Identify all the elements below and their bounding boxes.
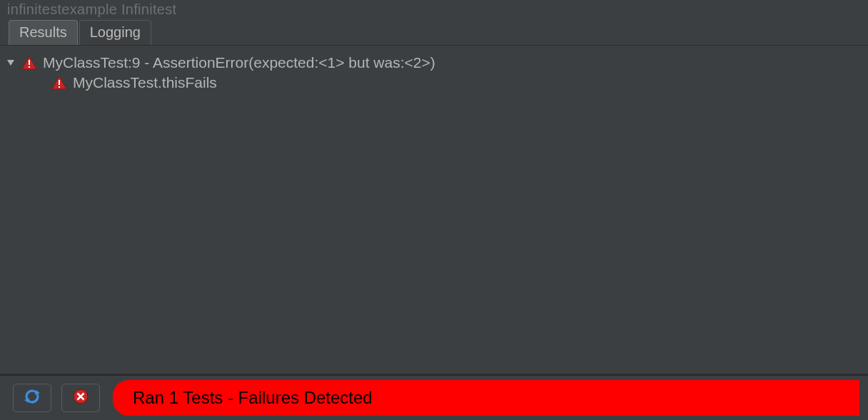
panel-title: infinitestexample Infinitest — [0, 0, 868, 21]
svg-rect-5 — [59, 80, 60, 85]
tree-child-label: MyClassTest.thisFails — [73, 74, 217, 91]
warning-icon — [51, 76, 67, 90]
refresh-icon — [24, 389, 40, 408]
tab-logging[interactable]: Logging — [79, 20, 151, 45]
tree-row-child[interactable]: MyClassTest.thisFails — [4, 73, 864, 93]
tree-root-label: MyClassTest:9 - AssertionError(expected:… — [43, 54, 435, 71]
tab-bar: Results Logging — [0, 21, 868, 46]
results-tree: MyClassTest:9 - AssertionError(expected:… — [0, 46, 868, 374]
status-message-pill: Ran 1 Tests - Failures Detected — [113, 380, 859, 416]
svg-marker-0 — [7, 60, 14, 66]
svg-rect-6 — [59, 86, 60, 88]
tree-row-root[interactable]: MyClassTest:9 - AssertionError(expected:… — [4, 53, 864, 73]
expand-toggle-icon[interactable] — [4, 58, 17, 67]
status-bar: Ran 1 Tests - Failures Detected — [0, 374, 868, 420]
refresh-button[interactable] — [13, 384, 51, 412]
svg-rect-3 — [29, 66, 30, 68]
stop-button[interactable] — [61, 384, 100, 412]
warning-icon — [21, 56, 37, 70]
error-icon — [73, 389, 89, 408]
status-message-text: Ran 1 Tests - Failures Detected — [133, 388, 373, 408]
svg-rect-2 — [29, 60, 30, 65]
tab-results[interactable]: Results — [9, 20, 78, 45]
